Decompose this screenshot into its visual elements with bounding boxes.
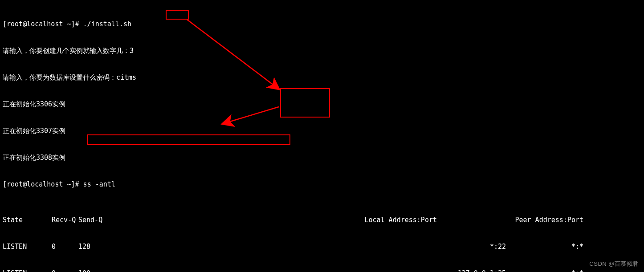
user-input: 3 <box>130 47 134 55</box>
hdr-sendq: Send-Q <box>78 215 212 224</box>
cell-state: LISTEN <box>3 269 52 272</box>
terminal-line: 请输入，你要创建几个实例就输入数字几：3 <box>3 46 641 55</box>
cell-peer: *:* <box>509 242 641 251</box>
ss-row: LISTEN 0 100 127.0.0.1:25 *:* <box>3 269 641 272</box>
ss-row: LISTEN 0 128 *:22 *:* <box>3 242 641 251</box>
prompt-text: 请输入，你要创建几个实例就输入数字几： <box>3 47 130 55</box>
terminal-line: 正在初始化3306实例 <box>3 100 641 109</box>
terminal-window[interactable]: [root@localhost ~]# ./install.sh 请输入，你要创… <box>0 0 644 272</box>
terminal-line: [root@localhost ~]# ss -antl <box>3 180 641 189</box>
ss-header-row: State Recv-Q Send-Q Local Address:Port P… <box>3 215 641 224</box>
cell-local: *:22 <box>212 242 509 251</box>
hdr-recvq: Recv-Q <box>52 215 78 224</box>
terminal-line: 请输入，你要为数据库设置什么密码：citms <box>3 73 641 82</box>
watermark-text: CSDN @百慕倾君 <box>589 260 639 268</box>
cell-local: 127.0.0.1:25 <box>212 269 509 272</box>
cell-peer: *:* <box>509 269 641 272</box>
hdr-local: Local Address:Port <box>212 215 440 224</box>
hdr-peer: Peer Address:Port <box>440 215 641 224</box>
cell-state: LISTEN <box>3 242 52 251</box>
hdr-state: State <box>3 215 52 224</box>
terminal-line: 正在初始化3308实例 <box>3 153 641 162</box>
cell-sendq: 128 <box>78 242 212 251</box>
terminal-line: 正在初始化3307实例 <box>3 126 641 135</box>
cell-recvq: 0 <box>52 242 78 251</box>
cell-sendq: 100 <box>78 269 212 272</box>
terminal-line: [root@localhost ~]# ./install.sh <box>3 20 641 28</box>
cell-recvq: 0 <box>52 269 78 272</box>
